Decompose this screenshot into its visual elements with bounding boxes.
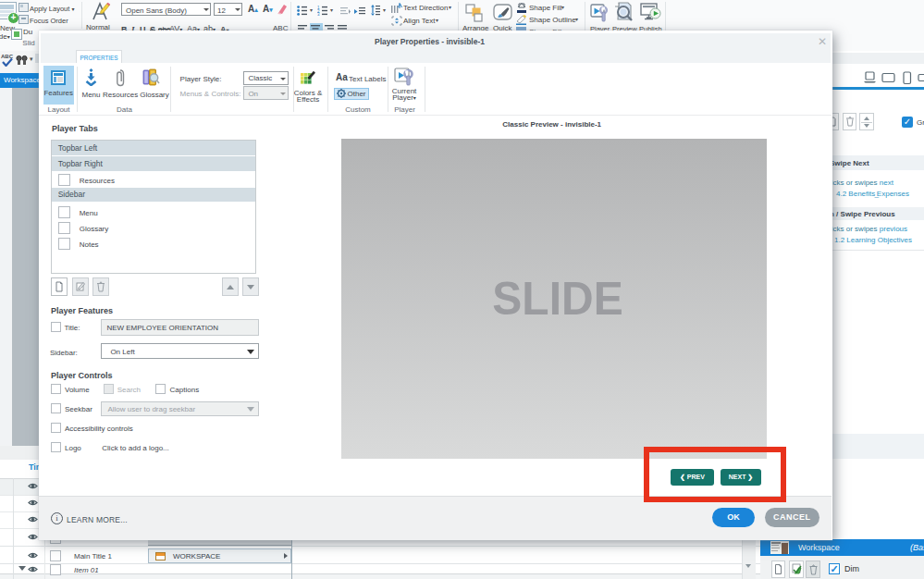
svg-text:3: 3 [317,12,320,16]
